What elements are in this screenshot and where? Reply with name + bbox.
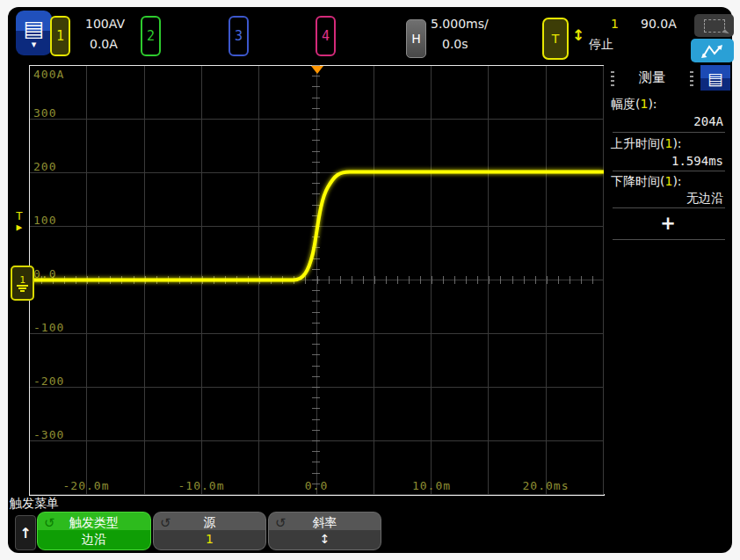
channel-4-label: 4 — [322, 28, 330, 44]
channel-2-button[interactable]: 2 — [141, 16, 161, 56]
softkey-trigger-type[interactable]: ↺ 触发类型 边沿 — [37, 512, 151, 550]
measurement-value: 1.594ms — [671, 154, 723, 168]
divider — [613, 171, 725, 171]
waveform-drag-icon — [700, 42, 726, 60]
knob-icon: ↺ — [275, 515, 287, 532]
knob-icon: ↺ — [44, 515, 55, 532]
channel-1-offset: 0.0A — [90, 37, 118, 51]
drag-handle-icon — [690, 71, 693, 86]
back-button[interactable]: ↑ — [15, 515, 36, 550]
measurements-panel-title: 测量 — [604, 69, 700, 86]
trigger-arrow-icon: ▶ — [16, 222, 23, 233]
divider — [613, 132, 725, 133]
horizontal-button-label: H — [411, 32, 421, 46]
menu-icon: ▤ — [707, 69, 723, 88]
measurements-panel-header[interactable]: 测量 ▤ — [604, 65, 732, 91]
menu-icon: ▤ — [24, 18, 45, 40]
main-menu-button[interactable]: ▤ ▾ — [16, 11, 52, 55]
channel-2-label: 2 — [147, 28, 155, 44]
softkey-menu-title: 触发菜单 — [10, 496, 59, 512]
softkey-value: ↕ — [269, 531, 381, 548]
trigger-time-marker[interactable] — [311, 66, 323, 74]
zoom-select-button[interactable] — [694, 14, 734, 37]
oscilloscope-screenshot: ▤ ▾ 1 100AV 0.0A 2 3 4 H 5.000ms/ 0.0s T… — [0, 0, 740, 560]
channel-1-scale: 100AV — [85, 17, 125, 31]
measurement-label: 上升时间(1): — [611, 136, 682, 152]
divider — [613, 239, 725, 240]
channel-1-button[interactable]: 1 — [50, 16, 70, 56]
channel-4-button[interactable]: 4 — [316, 16, 336, 56]
rectangle-select-icon — [704, 19, 725, 33]
measurement-value: 204A — [693, 114, 723, 128]
measurements-panel: 测量 ▤ 幅度(1): 204A 上升时间(1): 1.594ms 下降时间(1… — [604, 65, 732, 494]
channel1-ground-marker[interactable]: 1 — [11, 265, 34, 301]
channel-3-label: 3 — [235, 28, 243, 44]
add-measurement-button[interactable]: + — [604, 213, 732, 234]
channel-3-button[interactable]: 3 — [229, 16, 249, 56]
up-arrow-icon: ↑ — [19, 525, 31, 542]
divider — [613, 207, 725, 208]
trigger-level-readout: 90.0A — [641, 17, 677, 31]
trigger-source-readout: 1 — [611, 17, 619, 31]
graticule — [29, 65, 605, 496]
ground-channel-number: 1 — [19, 275, 25, 285]
softkey-value: 边沿 — [38, 531, 150, 548]
measurement-label: 下降时间(1): — [611, 174, 682, 190]
channel-1-label: 1 — [56, 28, 64, 44]
softkey-slope[interactable]: ↺ 斜率 ↕ — [268, 512, 381, 550]
knob-icon: ↺ — [160, 515, 171, 532]
trigger-button[interactable]: T — [542, 18, 569, 60]
measurement-label: 幅度(1): — [611, 97, 657, 113]
measurements-menu-button[interactable]: ▤ — [700, 65, 730, 91]
softkey-value: 1 — [154, 531, 265, 548]
delay-readout: 0.0s — [442, 37, 468, 51]
waveform-drag-mode-button[interactable] — [691, 39, 734, 62]
trigger-updown-icon: ↕ — [572, 26, 584, 44]
softkey-source[interactable]: ↺ 源 1 — [153, 512, 266, 550]
acquisition-status: 停止 — [589, 37, 613, 51]
trigger-button-label: T — [552, 32, 560, 46]
trigger-level-marker[interactable]: T ▶ — [16, 210, 23, 233]
chevron-down-icon: ▾ — [32, 40, 37, 48]
timebase-readout: 5.000ms/ — [431, 17, 489, 31]
trigger-letter: T — [16, 210, 23, 222]
ground-icon — [17, 285, 28, 292]
measurement-value: 无边沿 — [686, 191, 723, 207]
horizontal-button[interactable]: H — [406, 19, 426, 58]
scope-screen: ▤ ▾ 1 100AV 0.0A 2 3 4 H 5.000ms/ 0.0s T… — [8, 7, 732, 553]
